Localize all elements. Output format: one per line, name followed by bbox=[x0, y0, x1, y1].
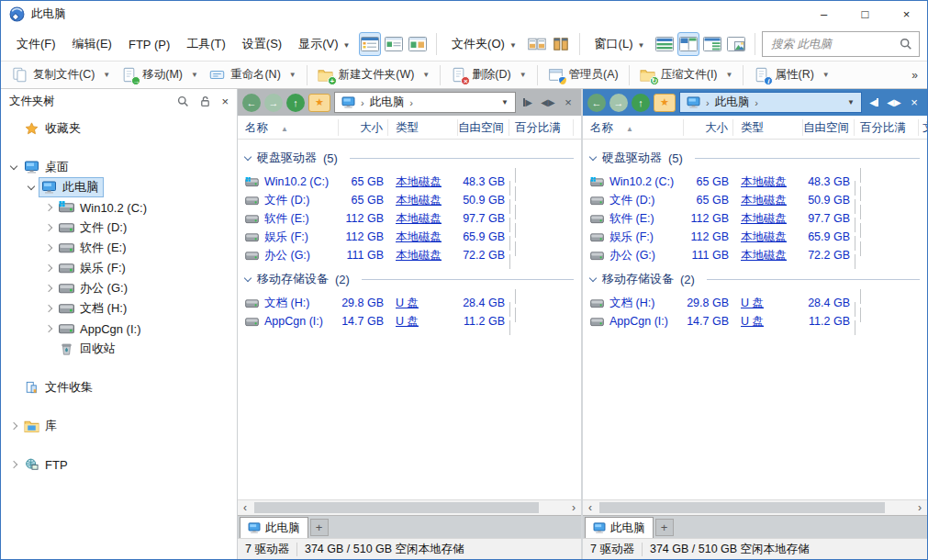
new-tab-button[interactable]: + bbox=[310, 519, 329, 536]
tree-item-AppCgn (I:)[interactable]: AppCgn (I:) bbox=[1, 319, 237, 339]
chevron-right-icon[interactable] bbox=[45, 285, 52, 292]
search-input[interactable] bbox=[769, 37, 900, 51]
drive-row[interactable]: Win10.2 (C:) 65 GB 本地磁盘 48.3 GB bbox=[583, 169, 927, 187]
tree-item-Win10.2 (C:)[interactable]: Win10.2 (C:) bbox=[1, 197, 237, 218]
breadcrumb[interactable]: › 此电脑 › ▼ bbox=[679, 92, 862, 113]
minimize-button[interactable]: – bbox=[803, 1, 844, 28]
chevron-down-icon[interactable] bbox=[28, 182, 35, 189]
folders-bars-button[interactable] bbox=[550, 32, 572, 56]
forward-button[interactable]: → bbox=[264, 94, 283, 112]
horizontal-scrollbar[interactable]: ‹ › bbox=[583, 499, 927, 515]
chevron-right-icon[interactable] bbox=[45, 224, 52, 231]
drive-row[interactable]: 文件 (D:) 65 GB 本地磁盘 50.9 GB bbox=[583, 187, 927, 206]
column-free[interactable]: 自由空间 bbox=[458, 119, 509, 136]
tree-item-收藏夹[interactable]: 收藏夹 bbox=[1, 118, 237, 139]
tab-this-pc[interactable]: 此电脑 bbox=[585, 517, 654, 538]
column-size[interactable]: 大小 bbox=[684, 119, 733, 136]
breadcrumb-location[interactable]: 此电脑 bbox=[715, 95, 750, 110]
favorites-button[interactable]: ★ bbox=[308, 94, 330, 112]
tree-item-娱乐 (F:)[interactable]: 娱乐 (F:) bbox=[1, 258, 237, 278]
column-percent[interactable]: 百分比满 bbox=[509, 119, 574, 136]
breadcrumb-location[interactable]: 此电脑 bbox=[370, 95, 405, 110]
column-type[interactable]: 类型 bbox=[733, 119, 803, 136]
tab-this-pc[interactable]: 此电脑 bbox=[240, 517, 308, 538]
tree-item-FTP[interactable]: FTP bbox=[1, 454, 237, 475]
group-header[interactable]: 移动存储设备 (2) bbox=[238, 268, 581, 290]
group-header[interactable]: 硬盘驱动器 (5) bbox=[583, 147, 927, 169]
tree-item-回收站[interactable]: 回收站 bbox=[1, 339, 237, 359]
column-type[interactable]: 类型 bbox=[388, 119, 458, 136]
drive-row[interactable]: 文档 (H:) 29.8 GB U 盘 28.4 GB bbox=[583, 290, 927, 308]
toolbar-overflow-icon[interactable]: » bbox=[911, 69, 922, 82]
column-overflow[interactable] bbox=[574, 119, 581, 136]
scrollbar-thumb[interactable] bbox=[599, 502, 885, 513]
scroll-left-icon[interactable]: ‹ bbox=[583, 501, 598, 515]
breadcrumb-dropdown-icon[interactable]: ▼ bbox=[847, 98, 855, 106]
tree-item-桌面[interactable]: 桌面 bbox=[1, 157, 237, 177]
menu-item-2[interactable]: FTP (P) bbox=[120, 33, 178, 56]
view-detail-button[interactable] bbox=[383, 32, 405, 56]
tree-item-文件收集[interactable]: 文件收集 bbox=[1, 377, 237, 398]
layout-rows-button[interactable] bbox=[654, 32, 676, 56]
view-tiles-button[interactable] bbox=[407, 32, 429, 56]
pane-close-icon[interactable]: × bbox=[906, 95, 922, 109]
folders-pair-button[interactable] bbox=[526, 32, 548, 56]
drive-row[interactable]: 办公 (G:) 111 GB 本地磁盘 72.2 GB bbox=[583, 242, 927, 261]
group-header[interactable]: 移动存储设备 (2) bbox=[583, 268, 927, 290]
menu-item-1[interactable]: 编辑(E) bbox=[64, 31, 120, 57]
menu-item-3[interactable]: 工具(T) bbox=[178, 31, 234, 57]
drive-row[interactable]: 文档 (H:) 29.8 GB U 盘 28.4 GB bbox=[238, 290, 581, 308]
chevron-right-icon[interactable] bbox=[45, 305, 52, 312]
tree-item-此电脑[interactable]: 此电脑 bbox=[1, 177, 237, 197]
pane-swap-icon[interactable]: ◀▶ bbox=[540, 97, 556, 107]
breadcrumb[interactable]: › 此电脑 › ▼ bbox=[334, 92, 516, 113]
up-button[interactable]: ↑ bbox=[286, 94, 305, 112]
drive-row[interactable]: AppCgn (I:) 14.7 GB U 盘 11.2 GB bbox=[238, 308, 581, 327]
toolbar-page-info-button[interactable]: i 属性(R)▼ bbox=[748, 64, 834, 85]
chevron-right-icon[interactable] bbox=[45, 325, 52, 332]
tree-search-icon[interactable] bbox=[177, 95, 189, 107]
pane-close-icon[interactable]: × bbox=[560, 95, 576, 109]
back-button[interactable]: ← bbox=[242, 94, 261, 112]
tree-item-办公 (G:)[interactable]: 办公 (G:) bbox=[1, 278, 237, 298]
chevron-right-icon[interactable] bbox=[10, 461, 17, 468]
close-button[interactable]: × bbox=[886, 1, 927, 28]
layout-picture-button[interactable] bbox=[725, 32, 747, 56]
chevron-right-icon[interactable] bbox=[45, 204, 52, 211]
column-free[interactable]: 自由空间 bbox=[803, 119, 855, 136]
drive-row[interactable]: 办公 (G:) 111 GB 本地磁盘 72.2 GB bbox=[238, 242, 581, 261]
horizontal-scrollbar[interactable]: ‹ › bbox=[238, 499, 581, 515]
drive-row[interactable]: 娱乐 (F:) 112 GB 本地磁盘 65.9 GB bbox=[583, 224, 927, 242]
drive-row[interactable]: 软件 (E:) 112 GB 本地磁盘 97.7 GB bbox=[238, 206, 581, 224]
layout-columns-button[interactable] bbox=[677, 32, 699, 56]
view-list-button[interactable] bbox=[359, 32, 381, 56]
pane-activate-icon[interactable]: ◀ bbox=[866, 97, 882, 107]
scroll-left-icon[interactable]: ‹ bbox=[238, 501, 252, 515]
toolbar-copy-button[interactable]: 复制文件(C)▼ bbox=[6, 64, 116, 85]
group-header[interactable]: 硬盘驱动器 (5) bbox=[238, 147, 581, 169]
toolbar-page-del-button[interactable]: × 删除(D)▼ bbox=[445, 64, 531, 85]
chevron-right-icon[interactable] bbox=[10, 422, 17, 430]
toolbar-rename-button[interactable]: 重命名(N)▼ bbox=[204, 64, 302, 85]
tree-pin-icon[interactable] bbox=[199, 95, 211, 107]
drive-row[interactable]: AppCgn (I:) 14.7 GB U 盘 11.2 GB bbox=[583, 308, 927, 327]
maximize-button[interactable]: □ bbox=[844, 1, 886, 28]
column-size[interactable]: 大小 bbox=[339, 119, 388, 136]
tree-item-软件 (E:)[interactable]: 软件 (E:) bbox=[1, 238, 237, 258]
menu-folder[interactable]: 文件夹(O)▼ bbox=[443, 31, 525, 57]
scroll-right-icon[interactable]: › bbox=[566, 501, 581, 515]
chevron-down-icon[interactable] bbox=[10, 162, 17, 169]
menu-item-0[interactable]: 文件(F) bbox=[8, 31, 64, 57]
toolbar-folder-plus-button[interactable]: + 新建文件夹(W)▼ bbox=[312, 64, 436, 85]
toolbar-folder-zip-button[interactable]: ↻ 压缩文件(I)▼ bbox=[634, 64, 739, 85]
up-button[interactable]: ↑ bbox=[632, 94, 650, 112]
chevron-right-icon[interactable] bbox=[45, 264, 52, 272]
drive-row[interactable]: 软件 (E:) 112 GB 本地磁盘 97.7 GB bbox=[583, 206, 927, 224]
column-overflow[interactable]: 文 bbox=[919, 119, 927, 136]
new-tab-button[interactable]: + bbox=[655, 519, 674, 536]
favorites-button[interactable]: ★ bbox=[654, 94, 676, 112]
menu-item-4[interactable]: 设置(S) bbox=[234, 31, 290, 57]
menu-window[interactable]: 窗口(L)▼ bbox=[587, 31, 654, 57]
tree-item-库[interactable]: 库 bbox=[1, 416, 237, 436]
scrollbar-thumb[interactable] bbox=[254, 502, 539, 513]
